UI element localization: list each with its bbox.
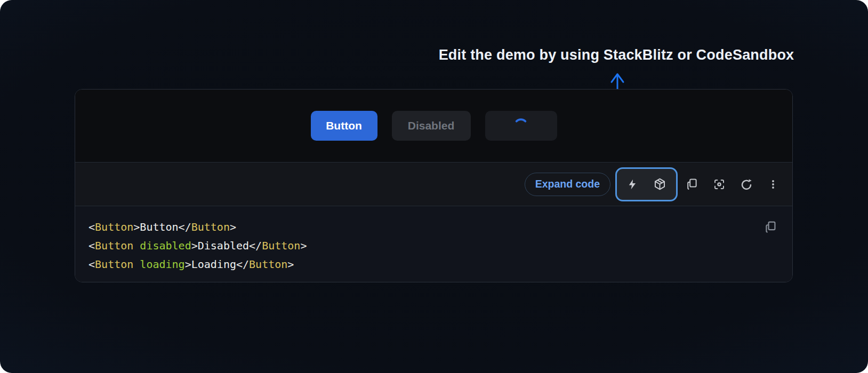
copy-icon [685, 177, 698, 191]
editor-links-group [615, 167, 678, 201]
focus-scan-button[interactable] [713, 178, 726, 191]
screen: Edit the demo by using StackBlitz or Cod… [0, 0, 868, 373]
code-line: <Button loading>Loading</Button> [89, 255, 778, 274]
demo-preview: Button Disabled [75, 90, 792, 162]
stackblitz-lightning-icon [626, 178, 638, 191]
code-lines: <Button>Button</Button><Button disabled>… [89, 218, 778, 274]
demo-toolbar: Expand code [75, 162, 792, 206]
focus-scan-icon [713, 178, 726, 191]
stackblitz-button[interactable] [626, 178, 638, 191]
demo-button-disabled[interactable]: Disabled [392, 111, 471, 141]
kebab-menu-icon [767, 178, 779, 191]
demo-button-primary[interactable]: Button [311, 111, 377, 141]
code-line: <Button disabled>Disabled</Button> [89, 237, 778, 255]
codesandbox-cube-icon [653, 177, 666, 191]
refresh-icon [740, 178, 753, 191]
expand-code-button[interactable]: Expand code [525, 173, 610, 196]
code-block: <Button>Button</Button><Button disabled>… [75, 206, 792, 282]
annotation-text: Edit the demo by using StackBlitz or Cod… [439, 47, 794, 63]
code-line: <Button>Button</Button> [89, 218, 778, 237]
demo-card: Button Disabled Expand code [75, 89, 793, 282]
arrow-head [612, 74, 623, 82]
kebab-menu-button[interactable] [767, 178, 779, 191]
demo-button-loading[interactable] [485, 111, 557, 141]
refresh-button[interactable] [740, 178, 753, 191]
loading-spinner-icon [513, 118, 529, 134]
copy-icon [763, 220, 777, 234]
copy-code-button[interactable] [685, 177, 698, 191]
codesandbox-button[interactable] [653, 177, 666, 191]
code-copy-button[interactable] [763, 220, 777, 234]
